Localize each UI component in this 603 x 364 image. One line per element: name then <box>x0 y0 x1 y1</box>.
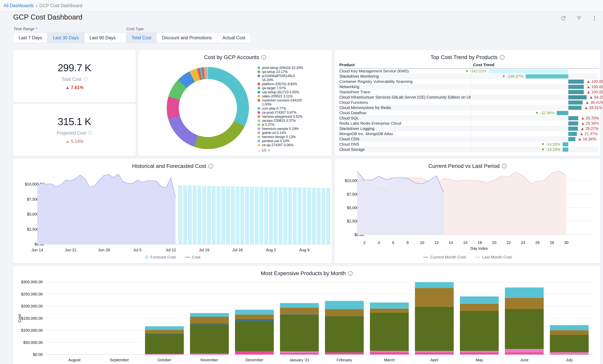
more-options-button[interactable] <box>591 15 598 22</box>
legend-item[interactable]: prod-setup-205416 32.29% <box>257 66 306 70</box>
legend-item[interactable]: platform-205701 8.82% <box>257 82 306 86</box>
table-row[interactable]: Cloud Storage▼ -13.19% <box>339 147 598 152</box>
legend-item[interactable]: ce-qa-274307 0.06% <box>257 143 306 147</box>
table-row[interactable]: Cloud Infrastructure Services GitLab Ser… <box>339 95 598 100</box>
legend-item[interactable]: customer-success-244100 1.00% <box>257 98 306 107</box>
svg-text:4: 4 <box>378 241 380 245</box>
legend-item[interactable]: Last Month Cost <box>475 255 512 259</box>
svg-text:20: 20 <box>492 241 496 245</box>
info-icon[interactable]: i <box>88 131 92 135</box>
table-row[interactable]: Stackdriver Trace▲ 100.00% <box>339 89 598 95</box>
product-cell: Redis Labs Redis Enterprise Cloud <box>339 121 471 126</box>
legend-item[interactable]: Forecast Cost <box>145 255 176 259</box>
time-range-option-last-30-days[interactable]: Last 30 Days <box>47 33 84 43</box>
svg-text:18: 18 <box>477 241 482 245</box>
legend-item[interactable]: Cost <box>185 255 200 259</box>
legend-item[interactable]: secops-239815 0.37% <box>257 119 306 123</box>
table-row[interactable]: Cloud Dataflow▼ -32.06% <box>339 110 598 116</box>
breadcrumb-all-dashboards-link[interactable]: All Dashboards <box>3 3 34 8</box>
trend-bar <box>568 80 584 84</box>
table-row[interactable]: Redis Labs Redis Enterprise Cloud▲ 25.38… <box>339 121 598 126</box>
cost-type-option-discount-and-promotions[interactable]: Discount and Promotions <box>156 33 217 43</box>
svg-text:November: November <box>200 358 219 362</box>
refresh-icon <box>560 15 567 21</box>
legend-item[interactable]: golink-url 0.14% <box>257 131 306 135</box>
svg-text:$250,000.00: $250,000.00 <box>21 292 43 296</box>
trend-value: ▲ 21.37% <box>580 131 598 136</box>
table-row[interactable]: Cloud CDN▲ 16.34% <box>339 136 598 142</box>
chart-title: Top Cost Trend by Productsi <box>335 54 600 60</box>
legend-swatch <box>257 70 260 73</box>
filter-button[interactable] <box>575 15 582 22</box>
time-range-option-last-7-days[interactable]: Last 7 Days <box>13 33 47 43</box>
gcp-cost-dashboard-page: { "breadcrumb": { "parent": "All Dashboa… <box>0 0 603 364</box>
legend-item[interactable]: qa-setup 23.17% <box>257 70 306 74</box>
table-row[interactable]: Cloud DNS▼ -14.53% <box>339 142 598 147</box>
svg-text:Jul 26: Jul 26 <box>232 248 243 252</box>
legend-item[interactable]: Current Month Cost <box>423 255 466 259</box>
legend-item[interactable]: ce-prod-274307 0.67% <box>257 110 306 115</box>
svg-text:January '21: January '21 <box>290 358 309 362</box>
table-row[interactable]: Stackdriver Logging▲ 25.27% <box>339 126 598 131</box>
table-row[interactable]: Cloud Key Management Service (KMS)▼ -342… <box>339 68 598 74</box>
cost-trend-cell: ▼ -14.53% <box>471 142 598 147</box>
gcp-accounts-donut-chart[interactable] <box>167 67 249 149</box>
info-icon[interactable]: i <box>261 55 266 60</box>
legend-page-up-icon[interactable]: ▲ <box>257 148 260 152</box>
product-column-header[interactable]: Product <box>339 63 471 67</box>
legend-label: harness-design 0.13% <box>262 135 305 139</box>
table-row[interactable]: Stackdriver Monitoring▼ -146.37% <box>339 74 598 79</box>
legend-item[interactable]: qa-target 7.57% <box>257 86 306 90</box>
legend-item[interactable]: harness-playground 0.52% <box>257 115 306 119</box>
table-row[interactable]: Cloud Memorystore for Redis▲ 33.51% <box>339 105 598 110</box>
legend-item[interactable]: sales-209522 3.11% <box>257 94 306 98</box>
legend-item[interactable]: freemium-sample 0.19% <box>257 127 306 131</box>
current-vs-last-chart[interactable]: $0.00$2,500.00$5,000.00$7,500.00$10,000.… <box>335 159 600 255</box>
svg-text:14: 14 <box>449 241 453 245</box>
legend-label: platform-205701 8.82% <box>262 82 305 86</box>
table-row[interactable]: MongoDB Inc. MongoDB Atlas▲ 21.37% <box>339 131 598 136</box>
cost-trend-table-body: Cloud Key Management Service (KMS)▼ -342… <box>339 68 598 152</box>
info-icon[interactable]: i <box>500 55 505 60</box>
legend-swatch <box>257 144 260 146</box>
projected-cost-card: 315.1 K Projected Costi ▲ 5.14% <box>13 104 136 156</box>
svg-text:8: 8 <box>406 241 409 245</box>
table-row[interactable]: Networking▲ 100.00% <box>339 84 598 89</box>
refresh-button[interactable] <box>560 15 567 22</box>
time-range-option-last-90-days[interactable]: Last 90 Days <box>84 33 121 43</box>
historical-forecast-chart[interactable]: $0.00$2,500.00$5,000.00$7,500.00$10,000.… <box>13 159 332 255</box>
legend-item[interactable]: ø 0.27% <box>257 123 306 127</box>
svg-text:December: December <box>245 358 264 362</box>
legend-page-down-icon[interactable]: ▼ <box>267 148 270 152</box>
trend-value: ▲ 25.38% <box>581 121 599 126</box>
table-row[interactable]: Container Registry Vulnerability Scannin… <box>339 79 598 84</box>
svg-text:$200,000.00: $200,000.00 <box>21 304 43 308</box>
trend-bar <box>557 111 568 115</box>
legend-item[interactable]: uat-setup-261723 5.55% <box>257 90 306 94</box>
trend-bar <box>489 69 568 73</box>
cost-type-option-total-cost[interactable]: Total Cost <box>126 33 156 43</box>
legend-label: qa-target 7.57% <box>262 86 305 90</box>
legend-item[interactable]: ccm-play 0.77% <box>257 107 306 110</box>
trend-value: ▲ 94.21% <box>589 95 603 100</box>
legend-item[interactable]: pr10406a87045145c3 15.20% <box>257 74 306 82</box>
table-row[interactable]: Cloud SQL▲ 25.70% <box>339 116 598 121</box>
info-icon[interactable]: i <box>83 77 87 81</box>
legend-label: harness-playground 0.52% <box>262 115 305 119</box>
svg-text:May: May <box>475 358 483 362</box>
cost-trend-column-header[interactable]: Cost Trend <box>471 62 598 68</box>
legend-label: prod-setup-205416 32.29% <box>262 66 305 70</box>
legend-label: ce-qa-274307 0.06% <box>262 143 305 147</box>
trend-bar <box>568 127 578 131</box>
trend-bar <box>568 137 575 141</box>
svg-text:$100,000.00: $100,000.00 <box>21 328 43 332</box>
table-row[interactable]: Cloud Functions▲ 38.41% <box>339 100 598 105</box>
cost-type-option-actual-cost[interactable]: Actual Cost <box>217 33 251 43</box>
product-cell: Cloud DNS <box>339 142 471 147</box>
cost-type-segmented-control: Total CostDiscount and PromotionsActual … <box>126 33 251 43</box>
monthly-products-chart[interactable]: $0.00$50,000.00$100,000.00$150,000.00$20… <box>13 266 600 364</box>
product-cell: Cloud Infrastructure Services GitLab Ser… <box>339 95 471 99</box>
legend-item[interactable]: harness-design 0.13% <box>257 135 306 139</box>
legend-swatch <box>257 91 260 94</box>
legend-item[interactable]: pentest-uat 0.10% <box>257 139 306 143</box>
